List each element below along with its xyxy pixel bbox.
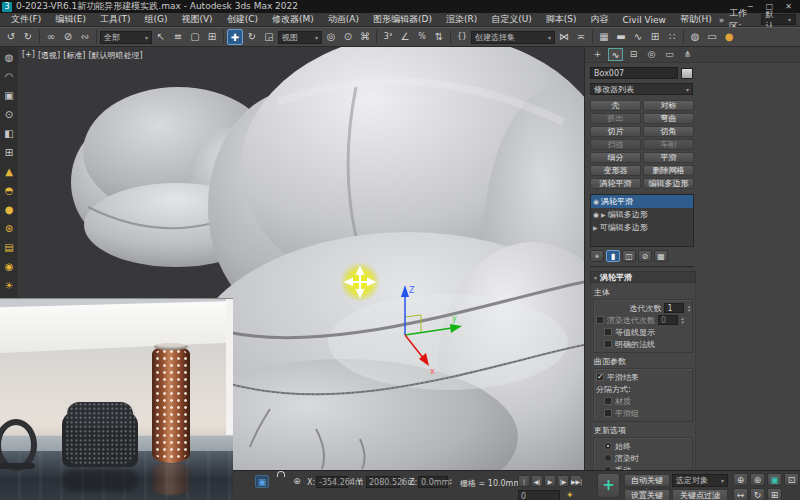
current-frame-field[interactable]: 0 <box>518 490 560 500</box>
plane-light-icon[interactable]: ▤ <box>2 241 16 255</box>
iterations-field[interactable]: 1 <box>664 303 684 313</box>
panel-divider[interactable] <box>590 266 694 268</box>
configure-modifier-sets-icon[interactable]: ▦ <box>654 250 668 262</box>
select-and-move-icon[interactable]: ✚ <box>227 29 243 45</box>
spinner-icons[interactable]: ▴▾ <box>401 477 404 485</box>
menu-tools[interactable]: 工具(T) <box>93 13 138 26</box>
object-color-swatch[interactable] <box>681 68 693 79</box>
menu-animation[interactable]: 动画(A) <box>321 13 366 26</box>
bulb-light-icon[interactable]: ◉ <box>2 260 16 274</box>
extrude-modifier-button[interactable]: 挤出 <box>590 113 641 124</box>
workspace-dropdown[interactable]: 默认 ▾ <box>761 14 796 25</box>
bind-to-space-warp-icon[interactable]: ∾ <box>77 29 93 45</box>
always-radio[interactable] <box>604 442 612 450</box>
modifier-list-dropdown[interactable]: 修改器列表 ▾ <box>590 83 693 95</box>
dome-light-icon[interactable]: ◓ <box>2 184 16 198</box>
menu-customize[interactable]: 自定义(U) <box>484 13 539 26</box>
select-and-manipulate-icon[interactable]: ⊙ <box>340 29 356 45</box>
edit-poly-modifier-button[interactable]: 编辑多边形 <box>643 178 694 189</box>
material-editor-icon[interactable]: ∷ <box>664 29 680 45</box>
undo-icon[interactable]: ↺ <box>3 29 19 45</box>
menu-group[interactable]: 组(G) <box>137 13 174 26</box>
viewport-menu-general[interactable]: [+] <box>22 50 35 61</box>
zoom-icon[interactable]: ⊕ <box>733 473 748 486</box>
stack-item-editable-poly[interactable]: ▶ 可编辑多边形 <box>591 221 693 234</box>
go-to-end-button[interactable]: ▶▶| <box>570 475 582 487</box>
show-end-result-icon[interactable]: ▮ <box>606 250 620 262</box>
toggle-ribbon-icon[interactable]: ▬ <box>613 29 629 45</box>
menu-file[interactable]: 文件(F) <box>4 13 48 26</box>
use-pivot-point-center-icon[interactable]: ◎ <box>323 29 339 45</box>
viewport-menu-pov[interactable]: [透视] <box>38 50 60 61</box>
smoothing-groups-checkbox[interactable] <box>604 409 612 417</box>
bend-modifier-button[interactable]: 弯曲 <box>643 113 694 124</box>
slice-modifier-button[interactable]: 切片 <box>590 126 641 137</box>
maximize-viewport-toggle-icon[interactable]: ⊞ <box>767 488 782 500</box>
smooth-modifier-button[interactable]: 平滑 <box>643 152 694 163</box>
viewport-menu-shading[interactable]: [默认明暗处理] <box>88 50 142 61</box>
materials-checkbox[interactable] <box>604 397 612 405</box>
orbit-icon[interactable]: ↻ <box>750 488 765 500</box>
isoline-display-checkbox[interactable] <box>604 328 612 336</box>
eye-icon[interactable]: ◉ <box>593 198 599 206</box>
rollout-header[interactable]: ▾ 涡轮平滑 <box>590 271 696 283</box>
lathe-modifier-button[interactable]: 车削 <box>643 139 694 150</box>
video-camera-icon[interactable]: ◧ <box>2 127 16 141</box>
key-mode-toggle-icon[interactable]: ✦ <box>566 490 574 500</box>
spinner-icons[interactable]: ▴▾ <box>681 316 684 324</box>
select-object-icon[interactable]: ↖ <box>153 29 169 45</box>
next-frame-button[interactable]: |▶ <box>557 475 569 487</box>
key-filters-button[interactable]: 关键点过滤器... <box>672 489 728 500</box>
selection-set-dropdown[interactable]: 选定对象 ▾ <box>672 474 728 487</box>
symmetry-modifier-button[interactable]: 对称 <box>643 100 694 111</box>
pan-icon[interactable]: ↔ <box>733 488 748 500</box>
sun-light-icon[interactable]: ☀ <box>2 279 16 293</box>
eye-icon[interactable]: ◉ <box>593 211 599 219</box>
exposure-icon[interactable]: ⊙ <box>2 108 16 122</box>
sphere-light-icon[interactable]: ● <box>2 203 16 217</box>
orbit-view-icon[interactable]: ◠ <box>2 70 16 84</box>
menu-modifiers[interactable]: 修改器(M) <box>265 13 321 26</box>
object-name-field[interactable]: Box007 <box>590 67 678 79</box>
curve-editor-icon[interactable]: ∿ <box>630 29 646 45</box>
zoom-region-icon[interactable]: ⊡ <box>784 473 799 486</box>
percent-snap-icon[interactable]: % <box>414 29 430 45</box>
select-and-link-icon[interactable]: ∞ <box>43 29 59 45</box>
expand-arrow-icon[interactable]: ▶ <box>601 211 606 218</box>
chamfer-modifier-button[interactable]: 切角 <box>643 126 694 137</box>
menu-content[interactable]: 内容 <box>584 13 616 26</box>
app-logo-icon[interactable]: 3 <box>2 2 12 12</box>
snaps-toggle-3d-icon[interactable]: 3³ <box>380 29 396 45</box>
select-by-name-icon[interactable]: ≡ <box>170 29 186 45</box>
menu-scripting[interactable]: 脚本(S) <box>539 13 584 26</box>
isolate-selection-icon[interactable]: ▣ <box>255 475 269 488</box>
shell-modifier-button[interactable]: 壳 <box>590 100 641 111</box>
hierarchy-tab-icon[interactable]: ⊟ <box>626 48 641 61</box>
auto-key-button[interactable]: 自动关键点 <box>624 474 670 487</box>
redo-icon[interactable]: ↻ <box>20 29 36 45</box>
stack-item-turbosmooth[interactable]: ◉ 涡轮平滑 <box>591 195 693 208</box>
zoom-extents-selected-icon[interactable]: ▣ <box>767 473 782 486</box>
angle-snap-icon[interactable]: ∠ <box>397 29 413 45</box>
selection-filter-dropdown[interactable]: 全部 ▾ <box>100 31 152 44</box>
edit-named-selection-sets-icon[interactable]: {} <box>454 29 470 45</box>
spinner-snap-icon[interactable]: ⇅ <box>431 29 447 45</box>
previous-frame-button[interactable]: ◀| <box>531 475 543 487</box>
rectangular-selection-region-icon[interactable]: ▢ <box>187 29 203 45</box>
sweep-modifier-button[interactable]: 扫描 <box>590 139 641 150</box>
spinner-icons[interactable]: ▴▾ <box>449 477 452 485</box>
align-icon[interactable]: ≍ <box>573 29 589 45</box>
mirror-icon[interactable]: ⋈ <box>556 29 572 45</box>
y-coordinate-field[interactable]: 2080.526m <box>366 476 400 488</box>
play-button[interactable]: ▶ <box>544 475 556 487</box>
schematic-view-icon[interactable]: ⊞ <box>647 29 663 45</box>
physical-camera-icon[interactable]: ▣ <box>2 89 16 103</box>
film-camera-icon[interactable]: ⊞ <box>2 146 16 160</box>
unlink-selection-icon[interactable]: ⊘ <box>60 29 76 45</box>
menu-civil-view[interactable]: Civil View <box>616 15 673 25</box>
named-selection-sets-dropdown[interactable]: 创建选择集 ▾ <box>471 31 555 44</box>
menu-overflow-chevron[interactable]: » <box>719 15 725 25</box>
spinner-down-icon[interactable]: ▾ <box>681 320 684 324</box>
delete-mesh-modifier-button[interactable]: 删除网格 <box>643 165 694 176</box>
turbosmooth-modifier-button[interactable]: 涡轮平滑 <box>590 178 641 189</box>
